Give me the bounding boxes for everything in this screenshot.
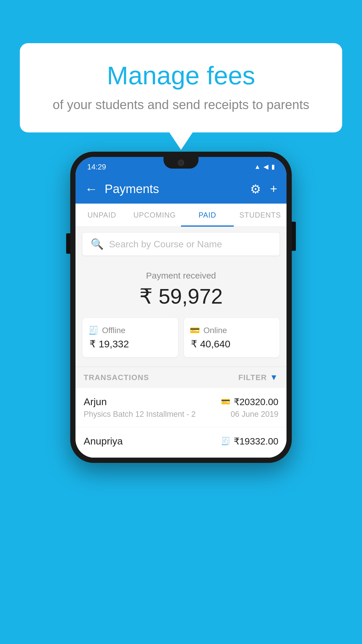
offline-card-header: 🧾 Offline — [88, 326, 172, 335]
speech-bubble-subtitle: of your students and send receipts to pa… — [43, 97, 319, 112]
app-bar-actions: ⚙ + — [250, 182, 277, 196]
tab-students[interactable]: STUDENTS — [234, 204, 287, 227]
transaction-amount-1: ₹20320.00 — [234, 396, 278, 407]
front-camera — [178, 160, 184, 166]
online-label: Online — [203, 326, 227, 335]
battery-icon: ▮ — [271, 163, 275, 171]
speech-bubble: Manage fees of your students and send re… — [20, 43, 342, 132]
status-time: 14:29 — [87, 162, 106, 172]
table-row[interactable]: Arjun 💳 ₹20320.00 Physics Batch 12 Insta… — [75, 388, 287, 427]
transactions-list: Arjun 💳 ₹20320.00 Physics Batch 12 Insta… — [75, 388, 287, 458]
payment-received-label: Payment received — [82, 271, 280, 281]
phone-outer: 14:29 ▲ ◀ ▮ ← Payments ⚙ + UNPAID — [70, 152, 292, 463]
payment-summary: Payment received ₹ 59,972 🧾 Offline ₹ 19… — [75, 261, 287, 367]
phone-inner: 14:29 ▲ ◀ ▮ ← Payments ⚙ + UNPAID — [75, 157, 287, 458]
signal-icon: ◀ — [263, 163, 268, 171]
phone-notch — [164, 157, 198, 169]
transaction-cash-icon-2: 🧾 — [221, 437, 230, 446]
app-bar: ← Payments ⚙ + — [75, 174, 287, 204]
transaction-bottom-1: Physics Batch 12 Installment - 2 06 June… — [84, 410, 278, 419]
wifi-icon: ▲ — [254, 163, 261, 171]
transaction-amount-row-2: 🧾 ₹19332.00 — [221, 436, 278, 447]
offline-icon: 🧾 — [88, 326, 99, 335]
tab-unpaid[interactable]: UNPAID — [75, 204, 128, 227]
speech-bubble-tail — [169, 132, 193, 150]
transactions-label: TRANSACTIONS — [84, 373, 149, 382]
online-card: 💳 Online ₹ 40,640 — [184, 318, 280, 357]
search-box[interactable]: 🔍 Search by Course or Name — [82, 233, 280, 256]
app-bar-title: Payments — [105, 182, 243, 196]
transaction-amount-2: ₹19332.00 — [234, 436, 278, 447]
transaction-card-icon-1: 💳 — [221, 397, 230, 406]
offline-card: 🧾 Offline ₹ 19,332 — [82, 318, 178, 357]
phone-mockup: 14:29 ▲ ◀ ▮ ← Payments ⚙ + UNPAID — [70, 152, 292, 644]
search-container: 🔍 Search by Course or Name — [75, 227, 287, 261]
table-row[interactable]: Anupriya 🧾 ₹19332.00 — [75, 427, 287, 458]
online-card-header: 💳 Online — [190, 326, 274, 335]
back-button[interactable]: ← — [85, 182, 98, 196]
online-icon: 💳 — [190, 326, 200, 335]
search-icon: 🔍 — [91, 238, 104, 250]
transactions-header: TRANSACTIONS FILTER ▼ — [75, 367, 287, 388]
tab-upcoming[interactable]: UPCOMING — [128, 204, 181, 227]
transaction-top-2: Anupriya 🧾 ₹19332.00 — [84, 435, 278, 447]
speech-bubble-container: Manage fees of your students and send re… — [20, 43, 342, 150]
online-amount: ₹ 40,640 — [190, 338, 274, 350]
transaction-top-1: Arjun 💳 ₹20320.00 — [84, 396, 278, 407]
payment-total-amount: ₹ 59,972 — [82, 284, 280, 309]
offline-label: Offline — [102, 326, 125, 335]
payment-cards: 🧾 Offline ₹ 19,332 💳 Online ₹ 40,640 — [82, 318, 280, 357]
transaction-name-2: Anupriya — [84, 435, 123, 447]
tabs-bar: UNPAID UPCOMING PAID STUDENTS — [75, 204, 287, 227]
filter-label: FILTER — [238, 373, 267, 382]
offline-amount: ₹ 19,332 — [88, 338, 172, 350]
tab-paid[interactable]: PAID — [181, 204, 234, 227]
transaction-detail-1: Physics Batch 12 Installment - 2 — [84, 410, 196, 419]
transaction-name-1: Arjun — [84, 396, 107, 407]
transaction-amount-row-1: 💳 ₹20320.00 — [221, 396, 278, 407]
speech-bubble-title: Manage fees — [43, 61, 319, 90]
filter-icon: ▼ — [270, 373, 278, 382]
transaction-date-1: 06 June 2019 — [231, 410, 278, 419]
filter-button[interactable]: FILTER ▼ — [238, 373, 278, 382]
search-input[interactable]: Search by Course or Name — [109, 239, 222, 250]
add-icon[interactable]: + — [270, 182, 277, 196]
status-icons: ▲ ◀ ▮ — [254, 163, 275, 171]
settings-icon[interactable]: ⚙ — [250, 182, 261, 196]
